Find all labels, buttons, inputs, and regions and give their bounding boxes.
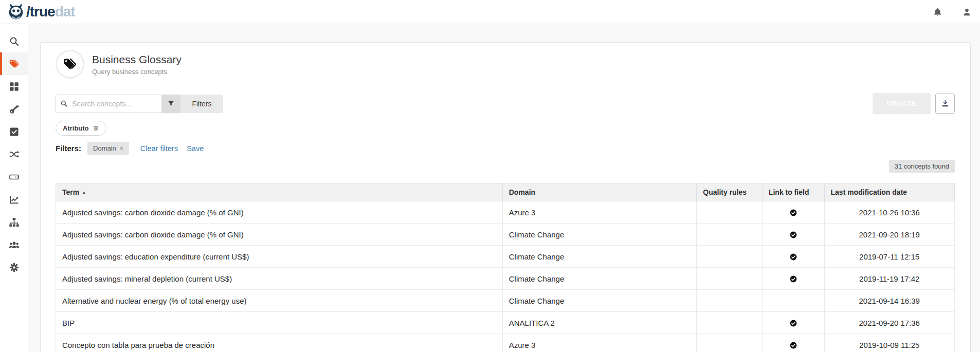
cell-quality-rules (697, 334, 763, 352)
users-icon (9, 239, 20, 250)
save-filters-link[interactable]: Save (187, 144, 204, 153)
sidebar-item-access[interactable] (0, 98, 28, 120)
download-icon (941, 99, 950, 108)
table-row[interactable]: Adjusted savings: carbon dioxide damage … (56, 224, 955, 246)
cell-domain: Climate Change (502, 290, 697, 312)
cell-domain: Azure 3 (502, 201, 697, 224)
sidebar-item-search[interactable] (0, 30, 28, 52)
sidebar-item-users[interactable] (0, 233, 28, 256)
cell-last-modification-date: 2019-11-19 17:42 (824, 268, 954, 290)
cell-link-to-field (762, 224, 824, 246)
sidebar-item-domains[interactable] (0, 211, 28, 233)
sidebar-item-lineage[interactable] (0, 143, 28, 165)
column-header-term[interactable]: Term▲ (56, 183, 503, 201)
cell-last-modification-date: 2019-07-11 12:15 (824, 246, 954, 268)
chart-line-icon (9, 194, 20, 205)
app-window: /truedat (0, 0, 980, 352)
main-area: Business Glossary Query business concept… (29, 24, 980, 352)
owl-icon (7, 3, 25, 21)
logo-text: /truedat (26, 5, 75, 19)
table-row[interactable]: Alternative and nuclear energy (% of tot… (56, 290, 955, 312)
table-row[interactable]: BIPANALITICA 22021-09-20 17:36 (56, 312, 955, 334)
sidebar-item-dashboards[interactable] (0, 188, 28, 211)
concepts-table: Term▲ Domain Quality rules Link to field… (56, 183, 955, 352)
logo-slash: / (26, 4, 30, 20)
cell-last-modification-date: 2021-10-26 10:36 (824, 201, 954, 224)
search-icon (9, 36, 20, 47)
cell-quality-rules (697, 246, 763, 268)
cell-domain: ANALITICA 2 (502, 312, 697, 334)
toolbar: Filters UPDATE (56, 93, 955, 114)
cell-term: Alternative and nuclear energy (% of tot… (56, 290, 503, 312)
cell-term: Concepto con tabla para prueba de creaci… (56, 334, 503, 352)
download-button[interactable] (935, 94, 955, 114)
update-button[interactable]: UPDATE (873, 93, 931, 114)
server-icon (9, 172, 20, 182)
cell-term: BIP (56, 312, 503, 334)
sidebar-item-settings[interactable] (0, 256, 28, 279)
cell-quality-rules (697, 268, 763, 290)
table-row[interactable]: Adjusted savings: education expenditure … (56, 246, 955, 268)
cell-domain: Climate Change (502, 224, 697, 246)
column-header-quality-rules[interactable]: Quality rules (697, 183, 763, 201)
page-titles: Business Glossary Query business concept… (92, 53, 182, 75)
clear-filters-link[interactable]: Clear filters (140, 144, 178, 153)
cell-term: Adjusted savings: education expenditure … (56, 246, 503, 268)
grid-icon (9, 81, 20, 92)
cell-quality-rules (697, 224, 763, 246)
search-icon (60, 100, 68, 107)
filter-pill-atributo[interactable]: Atributo (56, 121, 106, 136)
filter-toggle-button[interactable] (161, 95, 180, 113)
table-row[interactable]: Adjusted savings: mineral depletion (cur… (56, 268, 955, 290)
page-header: Business Glossary Query business concept… (56, 50, 955, 79)
table-row[interactable]: Concepto con tabla para prueba de creaci… (56, 334, 955, 352)
sort-asc-icon: ▲ (82, 190, 86, 195)
page-subtitle: Query business concepts (92, 68, 182, 76)
tags-icon (9, 59, 20, 69)
sidebar-item-glossary[interactable] (0, 52, 28, 75)
remove-filter-icon[interactable]: × (120, 145, 123, 152)
cell-link-to-field (762, 268, 824, 290)
filters-label: Filters: (56, 144, 81, 153)
cell-last-modification-date: 2021-09-20 18:19 (824, 224, 954, 246)
truedat-logo[interactable]: /truedat (7, 3, 75, 21)
cell-link-to-field (762, 290, 824, 312)
check-circle-icon (789, 275, 797, 283)
column-header-last-modification-date[interactable]: Last modification date (824, 183, 954, 201)
cell-last-modification-date: 2019-10-09 11:25 (824, 334, 954, 352)
user-icon[interactable] (962, 7, 972, 17)
results-row: 31 concepts found (56, 160, 955, 173)
search-input[interactable] (56, 95, 161, 113)
check-circle-icon (789, 231, 797, 239)
concepts-count-badge: 31 concepts found (889, 160, 955, 173)
filters-bar: Filters: Domain × Clear filters Save (56, 142, 955, 155)
active-filter-chip-domain[interactable]: Domain × (87, 142, 129, 155)
key-icon (9, 104, 20, 115)
page-icon-circle (56, 50, 84, 79)
check-circle-icon (789, 253, 797, 261)
top-bar: /truedat (0, 0, 980, 24)
cell-term: Adjusted savings: mineral depletion (cur… (56, 268, 503, 290)
filter-pill-label: Atributo (63, 124, 89, 132)
sidebar-item-catalog[interactable] (0, 75, 28, 98)
filters-button[interactable]: Filters (180, 95, 223, 113)
column-header-link-to-field[interactable]: Link to field (762, 183, 824, 201)
sidebar-item-sources[interactable] (0, 165, 28, 188)
column-header-domain[interactable]: Domain (502, 183, 697, 201)
cell-quality-rules (697, 290, 763, 312)
cell-domain: Climate Change (502, 246, 697, 268)
cell-link-to-field (762, 201, 824, 224)
toolbar-right: UPDATE (873, 93, 955, 114)
bell-icon[interactable] (933, 7, 942, 17)
topbar-actions (933, 7, 972, 17)
gear-icon (9, 262, 20, 273)
table-row[interactable]: Adjusted savings: carbon dioxide damage … (56, 201, 955, 224)
check-circle-icon (789, 319, 797, 327)
trash-icon[interactable] (93, 125, 99, 132)
sidebar-item-quality[interactable] (0, 120, 28, 143)
cell-last-modification-date: 2021-09-14 16:39 (824, 290, 954, 312)
funnel-icon (167, 100, 175, 107)
table-header-row: Term▲ Domain Quality rules Link to field… (56, 183, 955, 201)
cell-link-to-field (762, 246, 824, 268)
cell-quality-rules (697, 312, 763, 334)
